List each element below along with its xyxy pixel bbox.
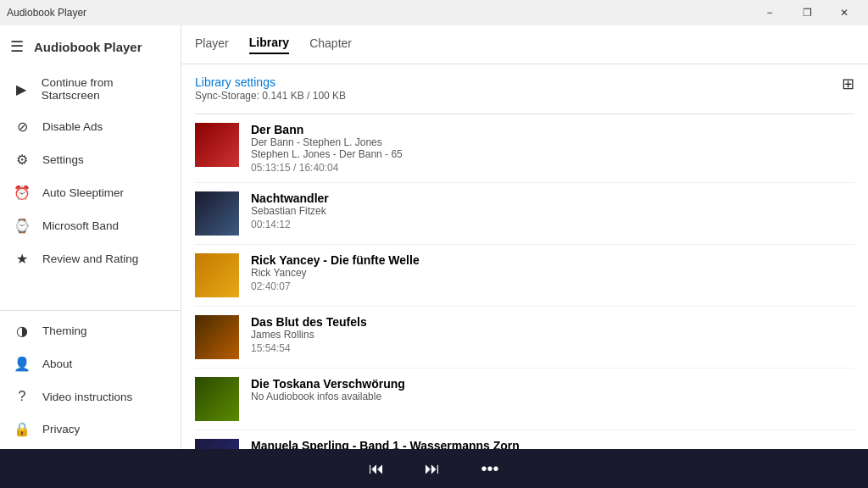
sidebar-header: ☰ Audiobook Player (0, 25, 181, 68)
sidebar-item-settings[interactable]: ⚙ Settings (0, 143, 181, 176)
book-cover-das-blut (195, 315, 239, 359)
sidebar-item-label: Auto Sleeptimer (42, 186, 124, 199)
tab-chapter[interactable]: Chapter (309, 36, 352, 53)
tabs-bar: Player Library Chapter (181, 25, 868, 64)
sidebar-item-review[interactable]: ★ Review and Rating (0, 242, 181, 275)
sidebar-item-about[interactable]: 👤 About (0, 347, 181, 380)
review-icon: ★ (14, 251, 31, 267)
book-time: 02:40:07 (251, 280, 854, 292)
grid-view-icon[interactable]: ⊞ (842, 75, 854, 93)
sidebar-item-video[interactable]: ? Video instructions (0, 380, 181, 413)
book-subtitle: Rick Yancey (251, 267, 854, 279)
book-time: 15:54:54 (251, 342, 854, 354)
disable-ads-icon: ⊘ (14, 119, 31, 135)
about-icon: 👤 (14, 356, 31, 372)
tab-player[interactable]: Player (195, 36, 229, 53)
sidebar-item-disable-ads[interactable]: ⊘ Disable Ads (0, 110, 181, 143)
sleeptimer-icon: ⏰ (14, 185, 31, 201)
book-time: 00:14:12 (251, 219, 854, 230)
sidebar-item-label: Video instructions (42, 391, 132, 403)
sidebar-item-continue[interactable]: ▶ Continue from Startscreen (0, 68, 181, 110)
library-header: Library settings Sync-Storage: 0.141 KB … (195, 75, 854, 108)
library-settings-link[interactable]: Library settings (195, 75, 275, 89)
sidebar-item-label: Microsoft Band (42, 219, 119, 232)
prev-button[interactable]: ⏮ (362, 457, 391, 481)
tab-library[interactable]: Library (249, 36, 289, 54)
book-cover-toskana (195, 377, 239, 421)
more-button[interactable]: ••• (474, 456, 505, 482)
hamburger-icon[interactable]: ☰ (10, 37, 24, 56)
book-time: 05:13:15 / 16:40:04 (251, 162, 854, 174)
settings-icon: ⚙ (14, 152, 31, 168)
book-cover-nachtwandler (195, 191, 239, 236)
player-bar: ⏮ ⏭ ••• (0, 449, 868, 488)
book-info-toskana: Die Toskana Verschwörung No Audiobook in… (251, 377, 854, 402)
sidebar-item-label: Disable Ads (42, 120, 103, 133)
sidebar-nav: ▶ Continue from Startscreen ⊘ Disable Ad… (0, 68, 181, 310)
book-item-der-bann[interactable]: Der Bann Der Bann - Stephen L. Jones Ste… (195, 114, 854, 183)
cover-placeholder (195, 123, 239, 167)
book-item-rick-yancey[interactable]: Rick Yancey - Die fünfte Welle Rick Yanc… (195, 245, 854, 307)
main-content: Player Library Chapter Library settings … (181, 25, 868, 449)
sidebar-bottom: ◑ Theming 👤 About ? Video instructions 🔒… (0, 310, 181, 449)
sidebar-item-microsoft-band[interactable]: ⌚ Microsoft Band (0, 209, 181, 242)
titlebar-controls: − ❐ ✕ (753, 0, 861, 25)
sidebar-item-label: Review and Rating (42, 252, 138, 265)
book-title: Nachtwandler (251, 191, 854, 205)
book-cover-rick-yancey (195, 253, 239, 297)
sidebar-title: Audiobook Player (34, 40, 142, 54)
book-title: Manuela Sperling - Band 1 - Wassermanns … (251, 439, 854, 449)
titlebar-title: Audiobook Player (7, 7, 86, 19)
sidebar-item-privacy[interactable]: 🔒 Privacy (0, 413, 181, 446)
book-cover-der-bann (195, 123, 239, 167)
book-author: Stephen L. Jones - Der Bann - 65 (251, 148, 854, 160)
restore-button[interactable]: ❐ (790, 0, 824, 25)
book-item-manuela[interactable]: Manuela Sperling - Band 1 - Wassermanns … (195, 430, 854, 449)
book-item-toskana[interactable]: Die Toskana Verschwörung No Audiobook in… (195, 369, 854, 430)
book-subtitle: Sebastian Fitzek (251, 205, 854, 217)
sidebar-item-label: Privacy (42, 423, 80, 435)
sidebar-item-theming[interactable]: ◑ Theming (0, 314, 181, 347)
band-icon: ⌚ (14, 218, 31, 234)
book-title: Die Toskana Verschwörung (251, 377, 854, 391)
book-subtitle: James Rollins (251, 329, 854, 341)
theming-icon: ◑ (14, 323, 31, 339)
close-button[interactable]: ✕ (827, 0, 861, 25)
book-cover-manuela (195, 439, 239, 449)
book-info-der-bann: Der Bann Der Bann - Stephen L. Jones Ste… (251, 123, 854, 174)
sidebar: ☰ Audiobook Player ▶ Continue from Start… (0, 25, 181, 449)
sidebar-item-sleeptimer[interactable]: ⏰ Auto Sleeptimer (0, 176, 181, 209)
book-title: Rick Yancey - Die fünfte Welle (251, 253, 854, 267)
sidebar-item-label: Continue from Startscreen (42, 76, 167, 102)
book-subtitle: Der Bann - Stephen L. Jones (251, 136, 854, 148)
app-container: ☰ Audiobook Player ▶ Continue from Start… (0, 25, 868, 449)
book-title: Das Blut des Teufels (251, 315, 854, 329)
book-info-rick-yancey: Rick Yancey - Die fünfte Welle Rick Yanc… (251, 253, 854, 292)
book-info-manuela: Manuela Sperling - Band 1 - Wassermanns … (251, 439, 854, 449)
book-list: Der Bann Der Bann - Stephen L. Jones Ste… (195, 114, 854, 449)
book-item-nachtwandler[interactable]: Nachtwandler Sebastian Fitzek 00:14:12 (195, 183, 854, 245)
book-item-das-blut[interactable]: Das Blut des Teufels James Rollins 15:54… (195, 307, 854, 369)
sync-storage: Sync-Storage: 0.141 KB / 100 KB (195, 90, 346, 102)
video-icon: ? (14, 389, 31, 404)
next-button[interactable]: ⏭ (418, 457, 447, 481)
continue-icon: ▶ (14, 81, 30, 97)
sidebar-item-label: Settings (42, 153, 84, 166)
titlebar: Audiobook Player − ❐ ✕ (0, 0, 868, 25)
book-title: Der Bann (251, 123, 854, 136)
privacy-icon: 🔒 (14, 421, 31, 437)
book-info-nachtwandler: Nachtwandler Sebastian Fitzek 00:14:12 (251, 191, 854, 230)
book-subtitle: No Audiobook infos available (251, 391, 854, 402)
library-header-left: Library settings Sync-Storage: 0.141 KB … (195, 75, 346, 108)
minimize-button[interactable]: − (753, 0, 787, 25)
book-info-das-blut: Das Blut des Teufels James Rollins 15:54… (251, 315, 854, 354)
library-content: Library settings Sync-Storage: 0.141 KB … (181, 64, 868, 449)
sidebar-item-label: Theming (42, 324, 87, 337)
sidebar-item-label: About (42, 358, 72, 370)
